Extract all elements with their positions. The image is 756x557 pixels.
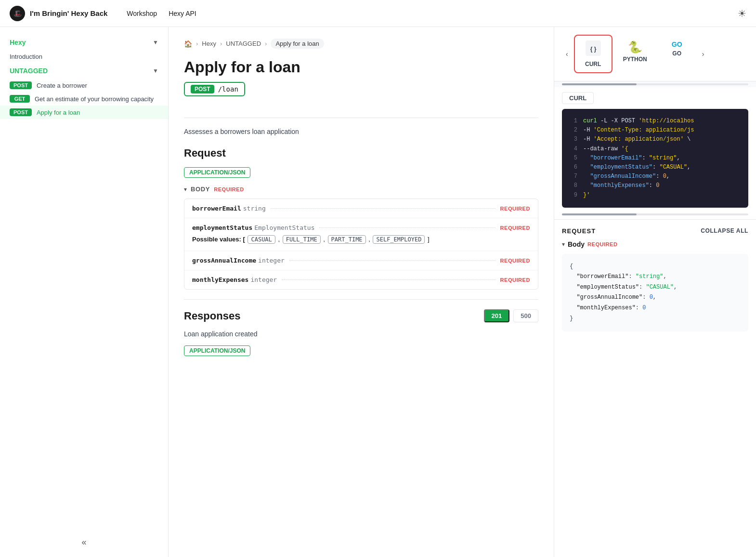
lang-tab-go[interactable]: GO GO	[658, 35, 696, 73]
sidebar-item-get-estimate[interactable]: GET Get an estimate of your borrowing ca…	[0, 92, 168, 106]
lang-tab-python[interactable]: 🐍 PYTHON	[614, 35, 656, 73]
lang-tabs: ‹ { } CURL 🐍 PYTHON GO GO	[562, 35, 748, 73]
sidebar-collapse-button[interactable]: «	[81, 537, 86, 547]
post-badge-create: POST	[10, 81, 32, 89]
go-tab-label: GO	[672, 50, 681, 57]
field-name-borrower-email: borrowerEmail	[192, 205, 241, 212]
content-type-badge[interactable]: APPLICATION/JSON	[184, 167, 250, 178]
field-type-borrower-email: string	[243, 205, 266, 212]
theme-toggle-icon[interactable]: ☀	[738, 8, 746, 19]
request-section-title: Request	[184, 147, 538, 159]
nav-brand-name: I'm Bringin' Hexy Back	[30, 9, 107, 17]
line-content-6: "employmentStatus": "CASUAL",	[583, 163, 691, 172]
code-line-5: 5 "borrowerEmail": "string",	[570, 154, 741, 163]
sidebar-untagged-title: UNTAGGED	[10, 67, 48, 75]
nav-right: ☀	[738, 8, 746, 19]
code-line-6: 6 "employmentStatus": "CASUAL",	[570, 163, 741, 172]
divider-1	[184, 118, 538, 118]
nav-hexy-api[interactable]: Hexy API	[169, 10, 196, 17]
field-divider-3	[289, 260, 495, 261]
sidebar-hexy-section[interactable]: Hexy ▼	[0, 35, 168, 50]
line-num-8: 8	[570, 181, 577, 190]
body-label: BODY	[191, 186, 210, 193]
code-line-7: 7 "grossAnnualIncome": 0,	[570, 172, 741, 181]
response-description: Loan application created	[184, 330, 538, 338]
comma-1: ,	[278, 236, 281, 243]
scroll-right-button[interactable]: ›	[698, 35, 708, 73]
sidebar-item-apply-loan[interactable]: POST Apply for a loan	[0, 106, 168, 119]
response-code-500[interactable]: 500	[513, 309, 538, 322]
line-content-9: }'	[583, 191, 590, 200]
request-panel-header: REQUEST COLLAPSE ALL	[562, 227, 748, 235]
field-name-monthly-expenses: monthlyExpenses	[192, 276, 248, 283]
curl-badge: CURL	[562, 92, 594, 104]
line-num-7: 7	[570, 172, 577, 181]
get-badge-estimate: GET	[10, 95, 30, 103]
line-content-5: "borrowerEmail": "string",	[583, 154, 680, 163]
code-line-4: 4 --data-raw '{	[570, 145, 741, 154]
code-scroll-thumb	[562, 213, 637, 215]
lang-tab-curl[interactable]: { } CURL	[574, 35, 613, 73]
breadcrumb-apply-loan[interactable]: Apply for a loan	[271, 39, 324, 49]
line-num-5: 5	[570, 154, 577, 163]
python-icon: 🐍	[628, 40, 642, 54]
breadcrumb-untagged[interactable]: UNTAGGED	[226, 40, 261, 47]
body-section-collapse-icon: ▾	[562, 241, 565, 248]
json-line-email: "borrowerEmail": "string",	[570, 272, 741, 282]
responses-title: Responses	[184, 310, 240, 322]
divider-2	[184, 299, 538, 300]
svg-text:{ }: { }	[590, 46, 596, 53]
scroll-thumb	[562, 83, 637, 85]
json-open-brace: {	[570, 262, 741, 272]
sidebar-untagged-chevron: ▼	[153, 67, 158, 74]
sidebar-item-create-text: Create a borrower	[37, 82, 87, 89]
field-divider-4	[282, 279, 495, 280]
line-content-8: "monthlyExpenses": 0	[583, 181, 659, 190]
responses-header: Responses 201 500	[184, 309, 538, 322]
request-label: REQUEST	[562, 227, 596, 235]
fields-container: borrowerEmail string REQUIRED employment…	[184, 199, 538, 290]
body-section-label: Body	[568, 240, 585, 248]
field-name-gross-income: grossAnnualIncome	[192, 257, 256, 264]
code-line-8: 8 "monthlyExpenses": 0	[570, 181, 741, 190]
json-close-brace: }	[570, 314, 741, 324]
endpoint-method: POST	[191, 85, 214, 93]
line-num-3: 3	[570, 135, 577, 144]
collapse-all-button[interactable]: COLLAPSE ALL	[701, 227, 748, 234]
nav-links: Workshop Hexy API	[127, 10, 196, 17]
possible-values: Possible values: [ CASUAL , FULL_TIME , …	[192, 234, 530, 245]
home-icon[interactable]: 🏠	[184, 40, 192, 48]
field-name-employment-status: employmentStatus	[192, 224, 252, 231]
code-scroll-bar	[554, 81, 756, 87]
sidebar-untagged-section[interactable]: UNTAGGED ▼	[0, 63, 168, 79]
breadcrumb-sep-3: ›	[265, 40, 267, 47]
response-codes: 201 500	[484, 309, 538, 322]
main-layout: Hexy ▼ Introduction UNTAGGED ▼ POST Crea…	[0, 27, 756, 557]
nav-workshop[interactable]: Workshop	[127, 10, 157, 17]
breadcrumb-hexy[interactable]: Hexy	[202, 40, 216, 47]
field-type-monthly-expenses: integer	[250, 276, 277, 283]
sidebar-item-create-borrower[interactable]: POST Create a borrower	[0, 79, 168, 92]
field-row-gross-income: grossAnnualIncome integer REQUIRED	[184, 251, 538, 270]
breadcrumb-sep-1: ›	[196, 40, 198, 47]
field-row-borrower-email: borrowerEmail string REQUIRED	[184, 199, 538, 218]
json-line-employment: "employmentStatus": "CASUAL",	[570, 282, 741, 293]
python-tab-label: PYTHON	[623, 56, 647, 63]
scroll-left-button[interactable]: ‹	[562, 35, 572, 73]
sidebar-item-loan-text: Apply for a loan	[37, 109, 80, 116]
sidebar-item-estimate-text: Get an estimate of your borrowing capaci…	[35, 95, 154, 103]
body-header[interactable]: ▾ BODY REQUIRED	[184, 186, 538, 193]
value-tag-part-time: PART_TIME	[328, 235, 366, 244]
endpoint-path: /loan	[218, 85, 238, 93]
body-section-header[interactable]: ▾ Body REQUIRED	[562, 240, 748, 248]
code-line-1: 1 curl -L -X POST 'http://localhos	[570, 117, 741, 126]
sidebar-section-title: Hexy	[10, 39, 26, 46]
right-panel: ‹ { } CURL 🐍 PYTHON GO GO	[554, 27, 756, 557]
field-type-employment-status: EmploymentStatus	[254, 224, 314, 231]
line-num-9: 9	[570, 191, 577, 200]
response-content-type-badge[interactable]: APPLICATION/JSON	[184, 345, 250, 356]
response-code-201[interactable]: 201	[484, 309, 510, 322]
sidebar-intro-item[interactable]: Introduction	[0, 50, 168, 63]
value-tag-full-time: FULL_TIME	[283, 235, 321, 244]
line-content-2: -H 'Content-Type: application/js	[583, 126, 694, 135]
